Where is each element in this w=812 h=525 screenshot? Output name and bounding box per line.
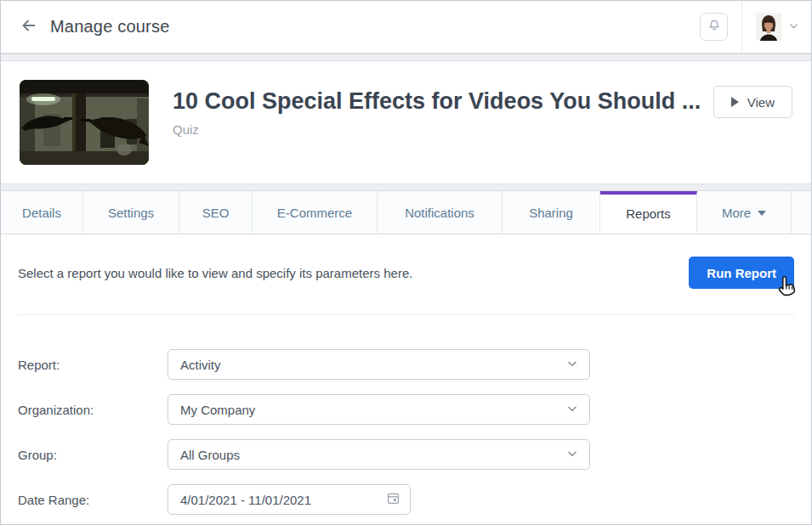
group-label: Group: [18,448,168,462]
tab-ecommerce[interactable]: E-Commerce [253,191,378,234]
course-title: 10 Cool Special Effects for Videos You S… [173,88,701,115]
form-row-report: Report: Activity [18,349,794,380]
manage-course-window: Manage course [0,0,812,525]
tab-reports[interactable]: Reports [600,191,697,234]
report-label: Report: [18,358,168,372]
tab-details[interactable]: Details [1,191,83,234]
course-info: 10 Cool Special Effects for Videos You S… [149,80,713,137]
group-select[interactable]: All Groups [168,439,590,470]
report-toolbar: Select a report you would like to view a… [18,234,794,314]
form-row-organization: Organization: My Company [18,394,794,425]
report-parameters-form: Report: Activity Organization: My Compan… [18,315,794,515]
organization-select[interactable]: My Company [168,394,590,425]
chevron-down-icon [566,358,578,372]
organization-select-value: My Company [180,403,255,417]
calendar-icon[interactable] [386,491,400,508]
view-button[interactable]: View [713,86,792,118]
section-separator [1,183,811,191]
tab-sharing[interactable]: Sharing [503,191,600,234]
bell-icon [707,18,722,37]
avatar [756,13,781,41]
play-icon [731,97,739,107]
group-select-value: All Groups [180,448,240,462]
form-row-date-range: Date Range: 4/01/2021 - 11/01/2021 [18,484,794,515]
account-menu[interactable] [756,13,799,41]
course-tabs: Details Settings SEO E-Commerce Notifica… [1,191,811,234]
chevron-down-icon [566,448,578,462]
view-button-label: View [747,95,775,110]
report-instruction: Select a report you would like to view a… [18,266,412,280]
reports-panel: Select a report you would like to view a… [1,234,811,515]
report-select[interactable]: Activity [168,349,590,380]
tab-settings[interactable]: Settings [83,191,179,234]
run-report-wrap: Run Report [689,257,794,289]
date-range-input[interactable]: 4/01/2021 - 11/01/2021 [168,484,411,515]
form-row-group: Group: All Groups [18,439,794,470]
tab-seo[interactable]: SEO [179,191,253,234]
course-summary: 10 Cool Special Effects for Videos You S… [1,61,811,183]
date-range-label: Date Range: [18,493,168,507]
course-thumbnail [20,80,149,165]
course-type: Quiz [173,122,701,137]
back-button[interactable] [16,14,42,40]
page-title: Manage course [50,17,700,37]
header-actions [700,1,799,53]
header-divider [741,1,742,54]
chevron-down-icon [788,20,799,35]
tab-notifications[interactable]: Notifications [378,191,503,234]
app-header: Manage course [1,1,811,54]
run-report-button[interactable]: Run Report [689,257,794,289]
tab-more[interactable]: More [697,191,792,234]
caret-down-icon [758,211,766,216]
chevron-down-icon [566,403,578,417]
organization-label: Organization: [18,403,168,417]
date-range-value: 4/01/2021 - 11/01/2021 [180,493,311,507]
section-separator [1,54,811,61]
arrow-left-icon [20,16,38,38]
report-select-value: Activity [180,358,221,372]
notifications-button[interactable] [700,13,728,41]
